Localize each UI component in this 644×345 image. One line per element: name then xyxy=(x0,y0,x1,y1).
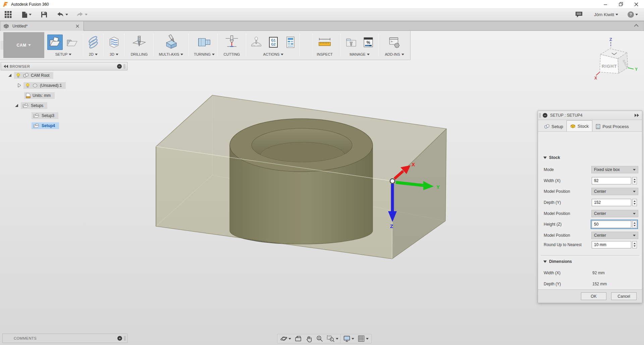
expand-triangle-icon[interactable] xyxy=(7,73,12,77)
dimensions-section-header[interactable]: Dimensions xyxy=(543,259,572,264)
setup-sheet-button[interactable] xyxy=(283,35,298,50)
comments-button[interactable] xyxy=(574,10,584,19)
depth-y-input[interactable] xyxy=(592,199,631,206)
save-button[interactable] xyxy=(40,10,49,19)
file-menu-button[interactable] xyxy=(20,10,33,19)
setup-dialog: − SETUP : SETUP4 Setup Stock G1G2 Post P… xyxy=(538,111,642,303)
user-menu-button[interactable]: Jörn Kiwitt xyxy=(593,11,620,18)
tab-stock[interactable]: Stock xyxy=(567,120,592,131)
collapse-toolbar-button[interactable] xyxy=(634,23,639,28)
ribbon-drilling-button-label[interactable]: DRILLING xyxy=(131,52,148,56)
tab-post-process[interactable]: G1G2 Post Process xyxy=(592,122,632,131)
expand-panel-icon[interactable] xyxy=(634,114,639,117)
comments-grip[interactable] xyxy=(124,336,125,341)
browser-minimize-button[interactable]: − xyxy=(117,64,122,69)
tab-setup[interactable]: Setup xyxy=(541,122,567,131)
ok-button[interactable]: OK xyxy=(581,292,606,300)
ribbon-2d-menu[interactable]: 2D xyxy=(89,52,98,56)
display-settings-button[interactable] xyxy=(342,335,355,343)
dialog-minimize-button[interactable]: − xyxy=(543,113,547,118)
zoom-window-button[interactable] xyxy=(326,335,339,343)
field-label: Model Position xyxy=(544,233,570,238)
cancel-button[interactable]: Cancel xyxy=(611,292,637,300)
stock-box[interactable] xyxy=(156,95,446,259)
ribbon-turning-menu[interactable]: TURNING xyxy=(194,52,215,56)
tree-node-setup3[interactable]: Setup3 xyxy=(32,112,58,119)
bulb-icon[interactable] xyxy=(16,73,21,78)
new-folder-button[interactable] xyxy=(64,35,80,50)
cutting-button[interactable] xyxy=(223,35,240,50)
new-setup-button[interactable] xyxy=(47,35,63,50)
collapse-triangle-icon[interactable] xyxy=(17,83,21,88)
cam-root-icon xyxy=(23,73,29,78)
ribbon-inspect-button-label[interactable]: INSPECT xyxy=(317,52,333,56)
pan-button[interactable] xyxy=(305,335,313,343)
look-at-button[interactable] xyxy=(294,335,303,343)
dialog-header[interactable]: − SETUP : SETUP4 xyxy=(538,111,642,120)
expand-triangle-icon[interactable] xyxy=(14,104,19,107)
dialog-grip[interactable] xyxy=(539,113,541,118)
undo-button[interactable] xyxy=(55,11,69,19)
ribbon-multi-axis-menu[interactable]: MULTI-AXIS xyxy=(159,52,183,56)
browser-grip[interactable] xyxy=(124,64,125,69)
task-manager-button[interactable]: % xyxy=(361,35,376,50)
ribbon-add-ins-menu[interactable]: ADD-INS xyxy=(385,52,404,56)
pan-icon xyxy=(305,335,313,342)
2d-milling-button[interactable] xyxy=(86,35,101,50)
turning-button[interactable] xyxy=(195,35,214,50)
app-grid-button[interactable] xyxy=(3,10,13,19)
width-x-input[interactable] xyxy=(592,177,631,184)
ribbon-grip[interactable] xyxy=(1,41,3,50)
ribbon-3d-menu[interactable]: 3D xyxy=(110,52,118,56)
document-tab[interactable]: Untitled* xyxy=(1,21,84,31)
tab-close-button[interactable] xyxy=(75,23,80,29)
model-position-y-select[interactable]: Center xyxy=(591,210,638,217)
model-position-x-select[interactable]: Center xyxy=(591,188,638,195)
units-icon xyxy=(26,93,31,98)
help-menu-button[interactable]: ? xyxy=(626,10,639,19)
mode-select[interactable]: Fixed size box xyxy=(591,166,638,173)
width-x-stepper[interactable] xyxy=(632,177,637,184)
round-up-stepper[interactable] xyxy=(632,241,637,248)
ribbon-manage-menu[interactable]: MANAGE xyxy=(350,52,370,56)
view-cube[interactable]: Z RIGHT BACK X Y xyxy=(594,36,641,80)
workspace-switcher[interactable]: CAM xyxy=(3,32,44,58)
ribbon-cutting-button-label[interactable]: CUTTING xyxy=(224,52,240,56)
round-up-input[interactable] xyxy=(592,241,631,248)
user-menu-caret-icon xyxy=(615,14,618,15)
model-position-z-select[interactable]: Center xyxy=(591,232,638,239)
height-z-input[interactable] xyxy=(592,221,631,228)
inspect-button[interactable] xyxy=(316,35,333,50)
tree-node-units[interactable]: Units: mm xyxy=(24,92,55,99)
tree-node-setup4[interactable]: Setup4 xyxy=(32,122,59,129)
document-tab-title: Untitled* xyxy=(12,24,28,28)
multi-axis-button[interactable] xyxy=(162,35,180,50)
post-process-button[interactable]: G1G2 xyxy=(266,35,281,50)
triad-origin-handle[interactable] xyxy=(390,179,395,183)
comments-expand-button[interactable]: + xyxy=(117,336,122,341)
height-z-stepper[interactable] xyxy=(632,221,637,228)
drilling-button[interactable] xyxy=(130,35,148,50)
comments-bar[interactable]: COMMENTS + xyxy=(2,334,127,343)
zoom-button[interactable] xyxy=(315,335,324,343)
tree-node-cam-root[interactable]: CAM Root xyxy=(14,72,53,79)
minimize-button[interactable] xyxy=(598,0,613,8)
tree-node-unsaved[interactable]: (Unsaved):1 xyxy=(23,82,66,89)
redo-button[interactable] xyxy=(75,11,89,19)
tool-library-button[interactable] xyxy=(343,35,359,50)
collapse-browser-icon[interactable] xyxy=(4,65,8,68)
ribbon-setup-menu[interactable]: SETUP xyxy=(55,52,72,56)
simulate-button[interactable] xyxy=(249,35,264,50)
bulb-icon[interactable] xyxy=(25,83,30,88)
stock-section-header[interactable]: Stock xyxy=(543,155,560,160)
add-ins-button[interactable]: >- xyxy=(386,35,403,50)
restore-button[interactable] xyxy=(613,0,629,8)
orbit-button[interactable] xyxy=(279,335,292,343)
tree-node-setups[interactable]: Setups xyxy=(21,102,47,109)
dropdown-caret-icon xyxy=(401,54,404,55)
depth-y-stepper[interactable] xyxy=(632,199,637,206)
close-button[interactable] xyxy=(629,0,644,8)
ribbon-actions-menu[interactable]: ACTIONS xyxy=(263,52,284,56)
grid-settings-button[interactable] xyxy=(357,335,369,343)
3d-milling-button[interactable] xyxy=(106,35,122,50)
